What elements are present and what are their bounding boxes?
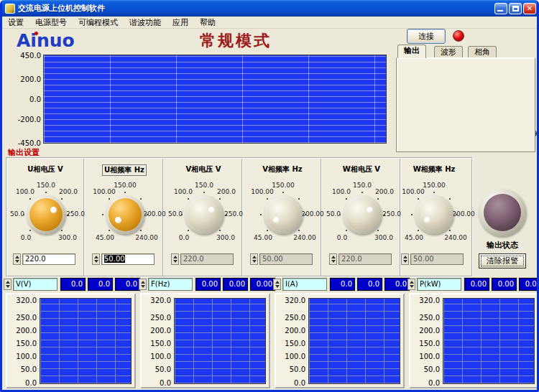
knob-scale: 240.00 [444,234,467,241]
knob-scale: 300.0 [58,234,77,241]
tab-waveform[interactable]: 波形 [434,46,463,58]
current-select-spinner[interactable] [273,279,281,290]
power-select-spinner[interactable] [407,279,415,290]
frequency-display-3: 0.00 [250,278,275,291]
trend-chart-current: 320.0 250.0 200.0 150.0 100.0 50.0 0.0 [275,293,405,388]
window-title: 交流电源上位机控制软件 [18,3,494,14]
knob-scale: 100.00 [251,188,274,195]
tab-output[interactable]: 输出 [397,45,426,58]
output-status-label: 输出状态 [473,240,532,251]
maximize-icon[interactable] [509,3,522,14]
current-trend-plot [308,298,400,384]
measure-group-current: I(A) 0.0 0.0 0.0 [273,278,407,291]
chart-tick: 0.0 [276,379,305,387]
chart-tick: 250.0 [410,314,440,322]
knob-scale: 300.0 [374,234,393,241]
trend-chart-voltage: 320.0 250.0 200.0 150.0 100.0 50.0 0.0 [6,293,136,388]
chart-tick: 320.0 [410,297,440,304]
knob-scale: 0.0 [179,234,189,241]
chart-tick: 250.0 [142,314,171,322]
frequency-trend-plot [174,298,266,384]
knob-scale: 100.0 [332,188,351,195]
output-waveform-chart [43,55,387,144]
clear-alarm-button[interactable]: 清除报警 [479,253,526,269]
chart-tick: 250.0 [7,314,37,322]
knob-label: V相频率 Hz [244,164,321,174]
knob-scale: 50.0 [10,210,24,218]
chart-tick: 50.0 [7,365,37,373]
chart-tick: 100.0 [410,353,440,360]
u-frequency-input[interactable]: 50.00 [101,253,155,265]
logo-dot-icon [34,32,38,35]
page-title: 常规模式 [132,30,340,52]
u-voltage-spinner[interactable] [13,253,21,265]
chart-tick: 0.0 [410,379,440,387]
top-chart-tick: -450.0 [8,139,41,147]
knob-group-w-voltage: W相电压 V 150.0 100.0 200.0 50.0 250.0 0.0 … [323,159,401,276]
chart-tick: 320.0 [142,297,171,304]
chart-tick: 50.0 [410,365,440,373]
w-voltage-spinner [329,253,337,265]
frequency-channel-select[interactable]: F(Hz) [148,278,193,291]
title-bar[interactable]: 交流电源上位机控制软件 ✕ [0,0,539,17]
knob-group-u-voltage: U相电压 V 150.0 100.0 200.0 50.0 250.0 0.0 … [7,159,85,276]
close-icon[interactable]: ✕ [523,3,536,14]
knob-scale: 100.00 [402,188,425,195]
u-voltage-knob-icon[interactable] [29,198,63,231]
current-channel-select[interactable]: I(A) [282,278,327,291]
power-channel-select[interactable]: P(kW) [417,278,461,291]
chart-tick: 320.0 [7,297,37,304]
knob-scale: 150.0 [353,182,372,189]
trend-chart-frequency: 320.0 250.0 200.0 150.0 100.0 50.0 0.0 [140,293,270,388]
knob-scale: 250.0 [224,210,243,218]
current-display-1: 0.0 [330,278,355,291]
menu-settings[interactable]: 设置 [2,17,29,29]
knob-scale: 150.0 [195,182,213,189]
top-chart-tick: 450.0 [8,52,41,60]
frequency-select-spinner[interactable] [139,279,147,290]
u-frequency-spinner[interactable] [92,253,100,265]
chart-tick: 150.0 [276,340,305,347]
power-display-1: 0.00 [464,278,489,291]
voltage-display-3: 0.0 [115,278,140,291]
measure-group-frequency: F(Hz) 0.00 0.00 0.00 [139,278,272,291]
chart-tick: 100.0 [7,353,37,360]
frequency-display-2: 0.00 [223,278,248,291]
menu-programmable-mode[interactable]: 可编程模式 [73,17,124,29]
knob-label: U相频率 Hz [86,164,162,176]
knob-scale: 150.00 [272,182,295,189]
connect-button[interactable]: 连接 [407,29,446,44]
output-status-ring [479,189,526,236]
voltage-select-spinner[interactable] [4,279,11,290]
output-status-button[interactable] [484,194,521,231]
menu-help[interactable]: 帮助 [194,17,221,29]
power-trend-plot [443,298,535,384]
chart-tick: 200.0 [142,327,171,335]
knob-scale: 100.00 [93,188,116,195]
chart-tick: 0.0 [7,379,37,387]
chart-tick: 0.0 [142,379,171,387]
knob-label: W相电压 V [323,164,400,174]
top-chart-tick: -200.0 [8,116,41,123]
voltage-channel-select[interactable]: V(V) [13,278,57,291]
knob-scale: 200.0 [217,188,236,195]
top-chart-tick: 200.0 [8,75,41,83]
knob-scale: 45.00 [405,234,423,241]
knob-scale: 100.0 [174,188,193,195]
u-voltage-input[interactable]: 220.0 [22,253,75,265]
v-voltage-input: 220.0 [180,253,234,265]
knob-scale: 300.0 [216,234,235,241]
tab-phase-angle[interactable]: 相角 [468,46,497,58]
menu-harmonic-function[interactable]: 谐波功能 [124,17,167,29]
chart-tick: 250.0 [276,314,305,322]
minimize-icon[interactable] [494,3,507,14]
knob-scale: 150.0 [37,182,55,189]
menu-application[interactable]: 应用 [167,17,194,29]
output-tab-panel [396,57,535,152]
w-frequency-knob-icon [418,198,451,231]
menu-power-model[interactable]: 电源型号 [29,17,73,29]
w-voltage-input: 220.0 [338,253,392,265]
u-frequency-knob-icon[interactable] [109,198,142,231]
chart-tick: 50.0 [276,365,305,373]
knob-label: W相频率 Hz [395,164,473,174]
